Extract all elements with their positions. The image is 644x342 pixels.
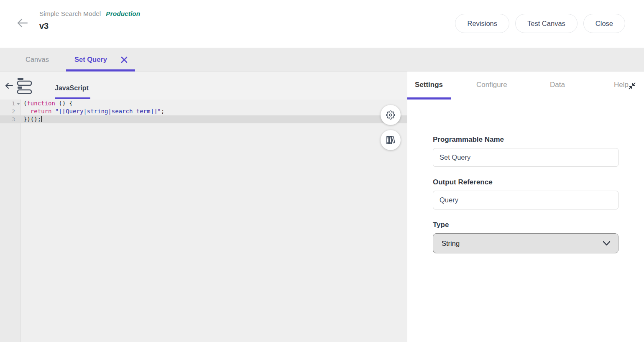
code-line: 1 (function () { <box>0 100 407 107</box>
settings-tab-underline <box>407 97 451 100</box>
settings-panel-tabs: Settings Configure Data Help <box>407 71 644 100</box>
collapse-panel-icon[interactable] <box>629 82 636 89</box>
tab-javascript[interactable]: JavaScript <box>55 84 89 92</box>
model-name: Simple Search Model <box>39 10 101 18</box>
type-select[interactable]: String <box>433 233 618 253</box>
javascript-tab-underline <box>55 97 90 99</box>
header-actions: Revisions Test Canvas Close <box>455 14 625 33</box>
type-group: Type String <box>433 221 618 253</box>
programmable-name-input[interactable] <box>433 148 618 167</box>
close-tab-icon[interactable] <box>121 56 128 63</box>
revisions-button[interactable]: Revisions <box>455 14 509 33</box>
back-arrow-icon[interactable] <box>17 18 28 28</box>
code-line: 2 return "[[Query|string|search term]]"; <box>0 107 407 115</box>
programmable-name-group: Programmable Name <box>433 135 618 167</box>
tab-bar: Canvas Set Query <box>0 48 644 71</box>
settings-form: Programmable Name Output Reference Type … <box>407 100 644 253</box>
books-icon <box>386 135 396 145</box>
editor-back-arrow-icon[interactable] <box>5 82 13 89</box>
code-text[interactable]: })(); <box>21 115 42 123</box>
type-select-value: String <box>442 240 460 248</box>
code-text[interactable]: return "[[Query|string|search term]]"; <box>21 107 164 115</box>
outline-list-icon[interactable] <box>17 77 33 94</box>
programmable-name-label: Programmable Name <box>433 135 618 144</box>
tab-data[interactable]: Data <box>550 81 565 89</box>
tab-canvas-label: Canvas <box>26 56 49 64</box>
editor-toolbar: JavaScript <box>0 71 407 100</box>
library-button[interactable] <box>381 130 401 150</box>
title-block: Simple Search Model Production v3 <box>39 10 140 31</box>
tab-configure[interactable]: Configure <box>476 81 507 89</box>
output-reference-input[interactable] <box>433 191 618 209</box>
output-reference-group: Output Reference <box>433 178 618 209</box>
settings-gear-button[interactable] <box>381 105 401 125</box>
close-button[interactable]: Close <box>583 14 625 33</box>
line-number: 3 <box>0 115 15 123</box>
line-number: 2 <box>0 107 15 115</box>
header: Simple Search Model Production v3 Revisi… <box>0 0 644 48</box>
fold-arrow-icon[interactable] <box>17 103 20 105</box>
chevron-down-icon <box>603 241 611 246</box>
gear-icon <box>386 110 395 120</box>
environment-badge: Production <box>106 10 140 18</box>
code-text[interactable]: (function () { <box>21 100 73 107</box>
type-label: Type <box>433 221 618 229</box>
version-title: v3 <box>39 21 140 31</box>
tab-set-query[interactable]: Set Query <box>66 48 135 71</box>
tab-canvas[interactable]: Canvas <box>13 48 62 71</box>
fold-zone[interactable] <box>15 100 21 107</box>
text-cursor <box>41 116 42 122</box>
test-canvas-button[interactable]: Test Canvas <box>515 14 578 33</box>
tab-help[interactable]: Help <box>614 81 629 89</box>
code-editor[interactable]: 1 (function () { 2 return "[[Query|strin… <box>0 100 407 123</box>
code-editor-pane: JavaScript 1 (function () { 2 return "[[… <box>0 71 407 342</box>
tab-set-query-label: Set Query <box>74 56 107 64</box>
line-number: 1 <box>0 100 15 107</box>
settings-panel: Settings Configure Data Help Programmabl… <box>407 71 644 342</box>
output-reference-label: Output Reference <box>433 178 618 186</box>
tab-settings[interactable]: Settings <box>415 81 443 89</box>
code-line-active: 3 })(); <box>0 115 407 123</box>
